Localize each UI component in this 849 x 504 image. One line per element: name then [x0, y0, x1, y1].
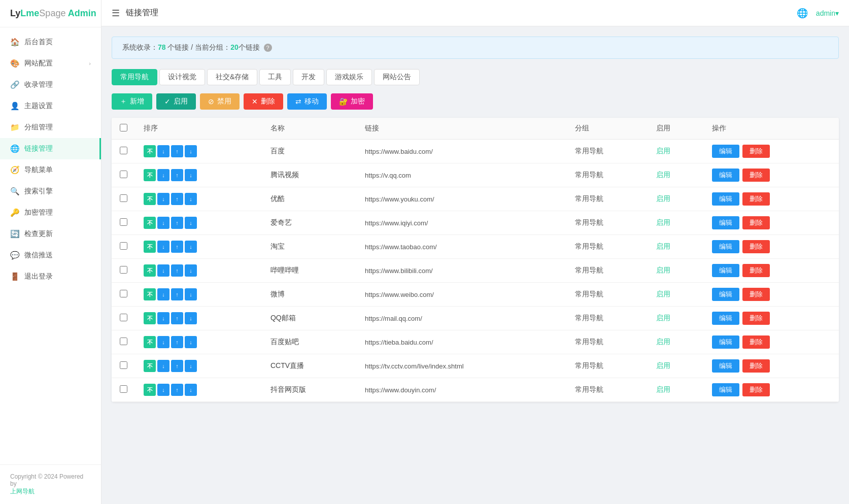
row-checkbox-3[interactable]: [120, 218, 127, 226]
sidebar-item-logout[interactable]: 🚪 退出登录: [0, 266, 101, 287]
row-checkbox-10[interactable]: [120, 385, 127, 393]
sort-btn-0[interactable]: 不: [144, 360, 156, 372]
sort-btn-0[interactable]: 不: [144, 241, 156, 253]
add-button[interactable]: ＋ 新增: [112, 93, 152, 110]
row-checkbox-7[interactable]: [120, 314, 127, 321]
sort-btn-0[interactable]: 不: [144, 336, 156, 348]
sort-btn-0[interactable]: 不: [144, 264, 156, 277]
sort-btn-3[interactable]: ↓: [185, 193, 197, 205]
tab-dev[interactable]: 开发: [293, 69, 324, 85]
sort-btn-1[interactable]: ↓: [157, 288, 169, 300]
edit-button[interactable]: 编辑: [712, 383, 739, 396]
edit-button[interactable]: 编辑: [712, 169, 739, 182]
select-all-checkbox[interactable]: [120, 124, 127, 131]
sidebar-item-nav-menu[interactable]: 🧭 导航菜单: [0, 159, 101, 181]
sort-btn-2[interactable]: ↑: [171, 288, 183, 300]
edit-button[interactable]: 编辑: [712, 312, 739, 325]
encrypt-button[interactable]: 🔐 加密: [331, 93, 373, 110]
sidebar-item-collection[interactable]: 🔗 收录管理: [0, 74, 101, 95]
sort-btn-1[interactable]: ↓: [157, 336, 169, 348]
admin-menu[interactable]: admin▾: [816, 9, 839, 17]
move-button[interactable]: ⇄ 移动: [287, 93, 327, 110]
sort-btn-1[interactable]: ↓: [157, 264, 169, 277]
sort-btn-1[interactable]: ↓: [157, 145, 169, 157]
sort-btn-2[interactable]: ↑: [171, 169, 183, 181]
row-checkbox-2[interactable]: [120, 194, 127, 202]
sort-btn-1[interactable]: ↓: [157, 217, 169, 229]
sort-btn-2[interactable]: ↑: [171, 145, 183, 157]
tab-social[interactable]: 社交&存储: [207, 69, 257, 85]
sort-btn-3[interactable]: ↓: [185, 360, 197, 372]
sort-btn-0[interactable]: 不: [144, 169, 156, 181]
sidebar-item-update[interactable]: 🔄 检查更新: [0, 223, 101, 245]
sort-btn-2[interactable]: ↑: [171, 312, 183, 324]
sort-btn-1[interactable]: ↓: [157, 193, 169, 205]
tab-common-nav[interactable]: 常用导航: [112, 69, 157, 85]
delete-row-button[interactable]: 删除: [742, 145, 770, 158]
sort-btn-1[interactable]: ↓: [157, 360, 169, 372]
sort-btn-2[interactable]: ↑: [171, 264, 183, 277]
sort-btn-1[interactable]: ↓: [157, 241, 169, 253]
sort-btn-3[interactable]: ↓: [185, 217, 197, 229]
sort-btn-2[interactable]: ↑: [171, 193, 183, 205]
sidebar-item-wechat[interactable]: 💬 微信推送: [0, 245, 101, 266]
delete-button[interactable]: ✕ 删除: [244, 93, 283, 110]
row-checkbox-4[interactable]: [120, 242, 127, 250]
delete-row-button[interactable]: 删除: [742, 240, 770, 253]
edit-button[interactable]: 编辑: [712, 145, 739, 158]
sort-btn-3[interactable]: ↓: [185, 169, 197, 181]
sort-btn-1[interactable]: ↓: [157, 312, 169, 324]
sidebar-item-link[interactable]: 🌐 链接管理: [0, 138, 101, 159]
sort-btn-0[interactable]: 不: [144, 193, 156, 205]
tab-game[interactable]: 游戏娱乐: [326, 69, 372, 85]
edit-button[interactable]: 编辑: [712, 359, 739, 373]
edit-button[interactable]: 编辑: [712, 288, 739, 301]
row-checkbox-0[interactable]: [120, 147, 127, 154]
footer-link[interactable]: 上网导航: [10, 488, 35, 495]
sort-btn-1[interactable]: ↓: [157, 169, 169, 181]
sort-btn-3[interactable]: ↓: [185, 336, 197, 348]
sidebar-item-encrypt[interactable]: 🔑 加密管理: [0, 202, 101, 223]
delete-row-button[interactable]: 删除: [742, 288, 770, 301]
sort-btn-3[interactable]: ↓: [185, 384, 197, 396]
edit-button[interactable]: 编辑: [712, 264, 739, 277]
disable-button[interactable]: ⊘ 禁用: [200, 93, 240, 110]
tab-site-notice[interactable]: 网站公告: [374, 69, 420, 85]
row-checkbox-8[interactable]: [120, 338, 127, 345]
sort-btn-2[interactable]: ↑: [171, 241, 183, 253]
enable-button[interactable]: ✓ 启用: [156, 93, 196, 110]
sidebar-item-search[interactable]: 🔍 搜索引擎: [0, 181, 101, 202]
sort-btn-0[interactable]: 不: [144, 288, 156, 300]
row-checkbox-9[interactable]: [120, 361, 127, 369]
delete-row-button[interactable]: 删除: [742, 312, 770, 325]
sidebar-item-theme[interactable]: 👤 主题设置: [0, 95, 101, 117]
sort-btn-3[interactable]: ↓: [185, 312, 197, 324]
row-checkbox-6[interactable]: [120, 290, 127, 297]
tab-tools[interactable]: 工具: [259, 69, 291, 85]
sort-btn-0[interactable]: 不: [144, 217, 156, 229]
delete-row-button[interactable]: 删除: [742, 359, 770, 373]
sidebar-item-site-config[interactable]: 🎨 网站配置 ›: [0, 53, 101, 74]
delete-row-button[interactable]: 删除: [742, 192, 770, 206]
row-checkbox-1[interactable]: [120, 171, 127, 178]
edit-button[interactable]: 编辑: [712, 335, 739, 349]
sidebar-item-home[interactable]: 🏠 后台首页: [0, 31, 101, 53]
delete-row-button[interactable]: 删除: [742, 335, 770, 349]
edit-button[interactable]: 编辑: [712, 192, 739, 206]
sort-btn-3[interactable]: ↓: [185, 145, 197, 157]
edit-button[interactable]: 编辑: [712, 216, 739, 229]
delete-row-button[interactable]: 删除: [742, 383, 770, 396]
sort-btn-0[interactable]: 不: [144, 312, 156, 324]
delete-row-button[interactable]: 删除: [742, 264, 770, 277]
sort-btn-1[interactable]: ↓: [157, 384, 169, 396]
row-checkbox-5[interactable]: [120, 266, 127, 274]
delete-row-button[interactable]: 删除: [742, 216, 770, 229]
sort-btn-3[interactable]: ↓: [185, 241, 197, 253]
sort-btn-3[interactable]: ↓: [185, 264, 197, 277]
sort-btn-0[interactable]: 不: [144, 384, 156, 396]
sort-btn-2[interactable]: ↑: [171, 360, 183, 372]
sort-btn-2[interactable]: ↑: [171, 336, 183, 348]
tab-design-view[interactable]: 设计视觉: [159, 69, 205, 85]
help-icon[interactable]: ?: [264, 44, 272, 52]
sort-btn-2[interactable]: ↑: [171, 217, 183, 229]
